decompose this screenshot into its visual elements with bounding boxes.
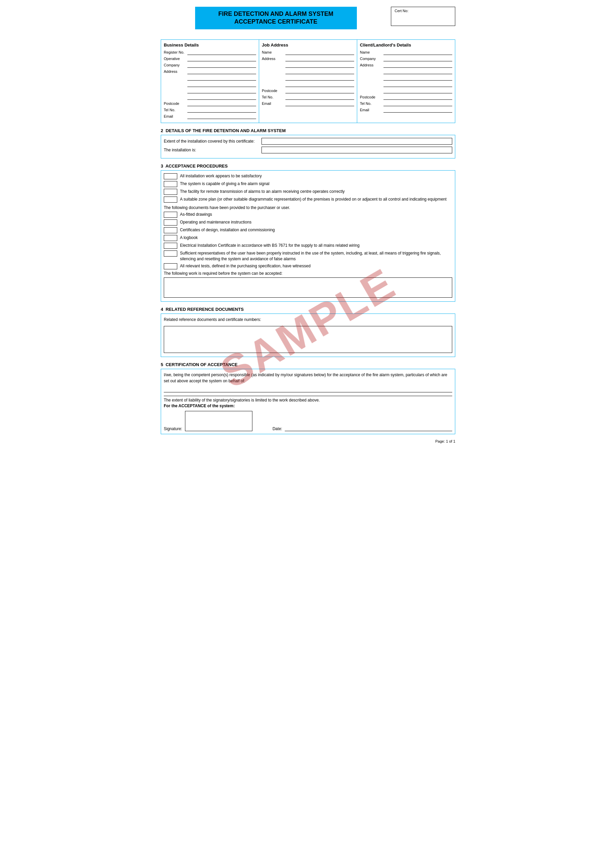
doc-checkbox-0[interactable]	[164, 212, 177, 218]
job-address-input-4[interactable]	[285, 75, 354, 80]
section5-para3: For the ACCEPTANCE of the system:	[164, 404, 452, 408]
doc-checkbox-5[interactable]	[164, 250, 177, 256]
section4-title: 4 RELATED REFERENCE DOCUMENTS	[161, 307, 455, 312]
client-address-input-5[interactable]	[383, 88, 452, 93]
doc-checkbox-1[interactable]	[164, 220, 177, 226]
job-email-row: Email	[262, 101, 354, 106]
page-number: Page: 1 of 1	[435, 439, 455, 443]
job-name-row: Name	[262, 50, 354, 55]
client-postcode-input[interactable]	[383, 94, 452, 100]
postcode-row: Postcode	[164, 101, 256, 106]
date-input[interactable]	[285, 424, 452, 431]
doc-checkbox-3[interactable]	[164, 235, 177, 241]
cert-no-box: Cert No:	[391, 7, 455, 26]
address-row5	[164, 94, 256, 100]
doc-check-row-3: A logbook	[164, 235, 452, 241]
email-input[interactable]	[187, 113, 256, 119]
doc-checkbox-2[interactable]	[164, 227, 177, 233]
job-address-input-2[interactable]	[285, 62, 354, 68]
job-email-input[interactable]	[285, 101, 354, 106]
client-company-row: Company	[360, 56, 452, 61]
three-column-section: Business Details Register No. Operative …	[161, 39, 455, 123]
doc-check-text-3: A logbook	[180, 235, 198, 241]
postcode-input[interactable]	[187, 101, 256, 106]
tel-label: Tel No.	[164, 108, 187, 112]
client-email-input[interactable]	[383, 107, 452, 113]
client-address-row4	[360, 82, 452, 87]
page-footer: Page: 1 of 1	[161, 439, 455, 443]
address-input-4[interactable]	[187, 88, 256, 93]
checkbox-2[interactable]	[164, 189, 177, 195]
client-name-label: Name	[360, 50, 383, 54]
checkbox-3[interactable]	[164, 196, 177, 203]
section4: 4 RELATED REFERENCE DOCUMENTS Related re…	[161, 307, 455, 357]
postcode-label: Postcode	[164, 101, 187, 105]
company-label: Company	[164, 63, 187, 67]
operative-input[interactable]	[187, 56, 256, 61]
client-name-input[interactable]	[383, 50, 452, 55]
section5-box: I/we, being the competent person(s) resp…	[161, 369, 455, 434]
job-address-row: Address	[262, 56, 354, 61]
address-row4	[164, 88, 256, 93]
section4-box: Related reference documents and certific…	[161, 313, 455, 357]
doc-check-text-2: Certificates of design, installation and…	[180, 227, 275, 233]
client-company-input[interactable]	[383, 56, 452, 61]
cert-no-input[interactable]	[394, 14, 451, 24]
register-no-input[interactable]	[187, 50, 256, 55]
client-tel-label: Tel No.	[360, 101, 383, 105]
email-label: Email	[164, 114, 187, 118]
section3: 3 ACCEPTANCE PROCEDURES All installation…	[161, 163, 455, 302]
work-required-textarea[interactable]	[164, 277, 452, 298]
job-address-input-1[interactable]	[285, 56, 354, 61]
section4-textarea[interactable]	[164, 326, 452, 353]
address-input-1[interactable]	[187, 69, 256, 74]
check-row-3: A suitable zone plan (or other suitable …	[164, 196, 452, 203]
extent-row: Extent of the installation covered by th…	[164, 138, 452, 145]
doc-check-row-6: All relevant tests, defined in the purch…	[164, 263, 452, 269]
installation-input[interactable]	[261, 147, 452, 153]
section5-para2: The extent of liability of the signatory…	[164, 398, 452, 402]
doc-check-text-0: As-fitted drawings	[180, 212, 212, 217]
client-address-input-2[interactable]	[383, 69, 452, 74]
job-address-row2	[262, 62, 354, 68]
checkbox-0[interactable]	[164, 173, 177, 179]
acceptance-on-behalf-input[interactable]	[164, 386, 452, 392]
doc-checkbox-4[interactable]	[164, 243, 177, 249]
operative-row: Operative	[164, 56, 256, 61]
section3-title: 3 ACCEPTANCE PROCEDURES	[161, 163, 455, 168]
doc-check-text-5: Sufficient representatives of the user h…	[180, 250, 452, 262]
signature-box[interactable]	[185, 411, 252, 431]
job-tel-input[interactable]	[285, 94, 354, 100]
installation-label: The installation is:	[164, 148, 261, 152]
job-address-input-3[interactable]	[285, 69, 354, 74]
job-address-label: Address	[262, 57, 285, 61]
doc-checkbox-6[interactable]	[164, 263, 177, 269]
job-tel-row: Tel No.	[262, 94, 354, 100]
extent-input[interactable]	[261, 138, 452, 145]
extent-label: Extent of the installation covered by th…	[164, 139, 261, 144]
doc-check-row-1: Operating and maintenance instructions	[164, 220, 452, 226]
client-company-label: Company	[360, 57, 383, 61]
job-address-input-5[interactable]	[285, 82, 354, 87]
address-row2	[164, 75, 256, 80]
address-input-3[interactable]	[187, 82, 256, 87]
client-tel-input[interactable]	[383, 101, 452, 106]
client-address-input-4[interactable]	[383, 82, 452, 87]
address-input-5[interactable]	[187, 94, 256, 100]
address-input-2[interactable]	[187, 75, 256, 80]
job-postcode-input[interactable]	[285, 88, 354, 93]
section2-box: Extent of the installation covered by th…	[161, 135, 455, 159]
job-name-input[interactable]	[285, 50, 354, 55]
client-address-row5	[360, 88, 452, 93]
client-address-input-1[interactable]	[383, 62, 452, 68]
company-input[interactable]	[187, 62, 256, 68]
client-postcode-row: Postcode	[360, 94, 452, 100]
job-postcode-row: Postcode	[262, 88, 354, 93]
job-address-row3	[262, 69, 354, 74]
tel-input[interactable]	[187, 107, 256, 113]
client-address-input-3[interactable]	[383, 75, 452, 80]
business-details-panel: Business Details Register No. Operative …	[161, 40, 259, 123]
address-label: Address	[164, 69, 187, 74]
operative-label: Operative	[164, 57, 187, 61]
checkbox-1[interactable]	[164, 181, 177, 187]
